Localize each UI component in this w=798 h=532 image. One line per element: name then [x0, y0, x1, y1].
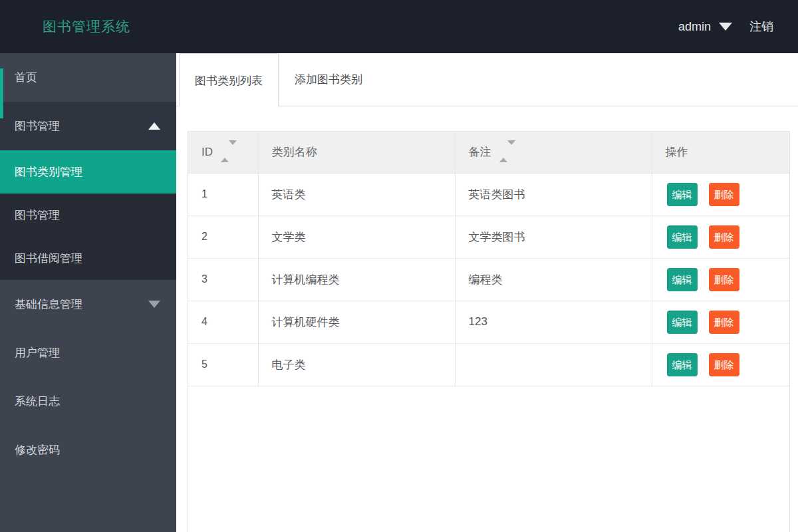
- sidebar-item-3[interactable]: 图书管理: [0, 194, 176, 237]
- table-body: 1英语类英语类图书编辑删除2文学类文学类图书编辑删除3计算机编程类编程类编辑删除…: [188, 173, 789, 386]
- column-label: 类别名称: [272, 146, 317, 158]
- sort-up-arrow: [499, 145, 507, 162]
- edit-button[interactable]: 编辑: [667, 268, 698, 291]
- sort-icon[interactable]: [499, 145, 515, 158]
- sidebar-item-label: 修改密码: [15, 442, 60, 458]
- cell-category-name: 计算机硬件类: [258, 301, 455, 343]
- sort-up-arrow: [221, 145, 229, 162]
- sidebar: 首页图书管理图书类别管理图书管理图书借阅管理基础信息管理用户管理系统日志修改密码: [0, 53, 176, 532]
- column-header-3: 操作: [652, 132, 789, 173]
- cell-remark: 123: [455, 301, 652, 343]
- sidebar-item-7[interactable]: 系统日志: [0, 377, 176, 426]
- cell-actions: 编辑删除: [652, 215, 789, 258]
- table-row: 2文学类文学类图书编辑删除: [188, 215, 789, 258]
- table-row: 1英语类英语类图书编辑删除: [188, 173, 789, 215]
- sidebar-item-label: 用户管理: [15, 345, 60, 360]
- sidebar-item-4[interactable]: 图书借阅管理: [0, 237, 176, 280]
- cell-category-name: 英语类: [258, 173, 455, 215]
- main-content: 图书类别列表添加图书类别 ID类别名称备注操作 1英语类英语类图书编辑删除2文学…: [176, 53, 798, 532]
- delete-button[interactable]: 删除: [709, 311, 739, 334]
- user-dropdown[interactable]: admin: [678, 20, 732, 34]
- cell-remark: 英语类图书: [455, 173, 652, 215]
- table-header: ID类别名称备注操作: [188, 132, 789, 173]
- column-label: ID: [201, 146, 213, 158]
- sort-icon[interactable]: [221, 145, 237, 158]
- chevron-down-icon: [148, 301, 160, 308]
- sidebar-item-label: 图书类别管理: [15, 164, 82, 180]
- cell-id: 1: [188, 173, 258, 215]
- column-header-0[interactable]: ID: [188, 132, 258, 173]
- sidebar-item-5[interactable]: 基础信息管理: [0, 280, 176, 329]
- edit-button[interactable]: 编辑: [667, 311, 698, 334]
- sidebar-item-1[interactable]: 图书管理: [0, 102, 176, 150]
- top-header-bar: 图书管理系统 admin 注销: [0, 0, 798, 53]
- column-header-1: 类别名称: [258, 132, 455, 173]
- sidebar-item-label: 首页: [15, 70, 37, 85]
- cell-id: 2: [188, 215, 258, 258]
- sidebar-item-label: 图书借阅管理: [15, 251, 82, 266]
- delete-button[interactable]: 删除: [709, 353, 739, 376]
- username-label: admin: [678, 20, 711, 34]
- tab-label: 图书类别列表: [195, 73, 263, 88]
- sidebar-scroll-thumb[interactable]: [0, 68, 3, 118]
- table-row: 4计算机硬件类123编辑删除: [188, 301, 789, 343]
- column-header-2[interactable]: 备注: [455, 132, 652, 173]
- cell-actions: 编辑删除: [652, 301, 789, 343]
- cell-remark: [455, 343, 652, 386]
- sidebar-item-6[interactable]: 用户管理: [0, 329, 176, 377]
- column-label: 操作: [666, 146, 688, 158]
- delete-button[interactable]: 删除: [709, 268, 739, 291]
- chevron-up-icon: [148, 122, 160, 130]
- sidebar-item-8[interactable]: 修改密码: [0, 426, 176, 474]
- cell-id: 4: [188, 301, 258, 343]
- table-row: 5电子类编辑删除: [188, 343, 789, 386]
- sidebar-item-2[interactable]: 图书类别管理: [0, 150, 176, 194]
- delete-button[interactable]: 删除: [709, 183, 739, 206]
- cell-actions: 编辑删除: [652, 173, 789, 215]
- cell-actions: 编辑删除: [652, 258, 789, 301]
- tab-bar: 图书类别列表添加图书类别: [176, 53, 798, 106]
- cell-actions: 编辑删除: [652, 343, 789, 386]
- column-label: 备注: [469, 146, 491, 158]
- tab-label: 添加图书类别: [295, 72, 362, 87]
- sidebar-item-label: 基础信息管理: [15, 297, 82, 312]
- header-right-area: admin 注销: [678, 0, 773, 53]
- cell-remark: 文学类图书: [455, 215, 652, 258]
- edit-button[interactable]: 编辑: [667, 225, 698, 249]
- table-row: 3计算机编程类编程类编辑删除: [188, 258, 789, 301]
- sort-down-arrow: [507, 140, 515, 158]
- category-table: ID类别名称备注操作 1英语类英语类图书编辑删除2文学类文学类图书编辑删除3计算…: [188, 132, 789, 386]
- cell-category-name: 文学类: [258, 215, 455, 258]
- app-window: 图书管理系统 admin 注销 首页图书管理图书类别管理图书管理图书借阅管理基础…: [0, 0, 798, 532]
- table-panel: ID类别名称备注操作 1英语类英语类图书编辑删除2文学类文学类图书编辑删除3计算…: [188, 131, 790, 532]
- tab-1[interactable]: 添加图书类别: [279, 53, 378, 106]
- logout-link[interactable]: 注销: [749, 19, 773, 35]
- cell-category-name: 电子类: [258, 343, 455, 386]
- app-title: 图书管理系统: [43, 0, 130, 53]
- cell-category-name: 计算机编程类: [258, 258, 455, 301]
- edit-button[interactable]: 编辑: [667, 183, 698, 206]
- sidebar-item-0[interactable]: 首页: [0, 53, 176, 102]
- edit-button[interactable]: 编辑: [667, 353, 698, 376]
- sidebar-item-label: 图书管理: [15, 207, 60, 223]
- chevron-down-icon: [719, 23, 732, 31]
- delete-button[interactable]: 删除: [709, 225, 739, 249]
- tab-0[interactable]: 图书类别列表: [179, 53, 279, 107]
- sort-down-arrow: [229, 140, 237, 158]
- sidebar-item-label: 图书管理: [15, 118, 60, 134]
- cell-id: 5: [188, 343, 258, 386]
- cell-id: 3: [188, 258, 258, 301]
- cell-remark: 编程类: [455, 258, 652, 301]
- sidebar-item-label: 系统日志: [15, 394, 60, 409]
- sidebar-menu: 首页图书管理图书类别管理图书管理图书借阅管理基础信息管理用户管理系统日志修改密码: [0, 53, 176, 474]
